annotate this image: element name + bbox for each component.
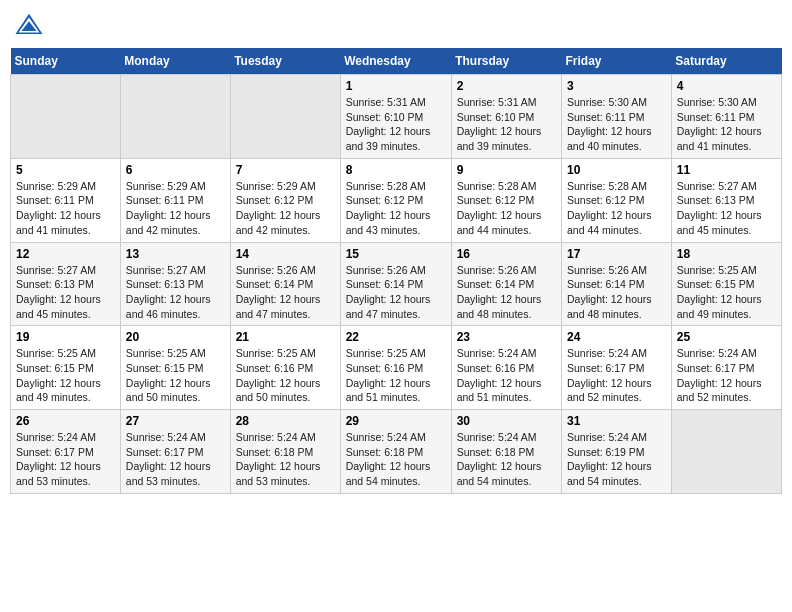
day-number: 24 [567, 330, 666, 344]
day-number: 1 [346, 79, 446, 93]
week-row-4: 19Sunrise: 5:25 AMSunset: 6:15 PMDayligh… [11, 326, 782, 410]
day-info: Sunrise: 5:24 AMSunset: 6:18 PMDaylight:… [457, 430, 556, 489]
day-cell: 25Sunrise: 5:24 AMSunset: 6:17 PMDayligh… [671, 326, 781, 410]
header-row: SundayMondayTuesdayWednesdayThursdayFrid… [11, 48, 782, 75]
day-cell: 19Sunrise: 5:25 AMSunset: 6:15 PMDayligh… [11, 326, 121, 410]
header-cell-sunday: Sunday [11, 48, 121, 75]
day-number: 8 [346, 163, 446, 177]
day-number: 11 [677, 163, 776, 177]
day-info: Sunrise: 5:27 AMSunset: 6:13 PMDaylight:… [16, 263, 115, 322]
calendar-header: SundayMondayTuesdayWednesdayThursdayFrid… [11, 48, 782, 75]
day-cell: 1Sunrise: 5:31 AMSunset: 6:10 PMDaylight… [340, 75, 451, 159]
day-info: Sunrise: 5:24 AMSunset: 6:18 PMDaylight:… [346, 430, 446, 489]
week-row-3: 12Sunrise: 5:27 AMSunset: 6:13 PMDayligh… [11, 242, 782, 326]
day-cell [671, 410, 781, 494]
day-info: Sunrise: 5:25 AMSunset: 6:16 PMDaylight:… [236, 346, 335, 405]
day-number: 22 [346, 330, 446, 344]
day-cell: 28Sunrise: 5:24 AMSunset: 6:18 PMDayligh… [230, 410, 340, 494]
day-cell: 8Sunrise: 5:28 AMSunset: 6:12 PMDaylight… [340, 158, 451, 242]
day-info: Sunrise: 5:28 AMSunset: 6:12 PMDaylight:… [457, 179, 556, 238]
day-info: Sunrise: 5:24 AMSunset: 6:17 PMDaylight:… [677, 346, 776, 405]
day-number: 28 [236, 414, 335, 428]
day-cell: 13Sunrise: 5:27 AMSunset: 6:13 PMDayligh… [120, 242, 230, 326]
day-cell: 2Sunrise: 5:31 AMSunset: 6:10 PMDaylight… [451, 75, 561, 159]
day-cell: 3Sunrise: 5:30 AMSunset: 6:11 PMDaylight… [561, 75, 671, 159]
day-number: 4 [677, 79, 776, 93]
day-cell [230, 75, 340, 159]
day-number: 25 [677, 330, 776, 344]
day-info: Sunrise: 5:27 AMSunset: 6:13 PMDaylight:… [126, 263, 225, 322]
day-info: Sunrise: 5:26 AMSunset: 6:14 PMDaylight:… [567, 263, 666, 322]
day-cell [120, 75, 230, 159]
day-cell: 4Sunrise: 5:30 AMSunset: 6:11 PMDaylight… [671, 75, 781, 159]
week-row-5: 26Sunrise: 5:24 AMSunset: 6:17 PMDayligh… [11, 410, 782, 494]
day-cell: 23Sunrise: 5:24 AMSunset: 6:16 PMDayligh… [451, 326, 561, 410]
day-cell: 9Sunrise: 5:28 AMSunset: 6:12 PMDaylight… [451, 158, 561, 242]
day-info: Sunrise: 5:25 AMSunset: 6:16 PMDaylight:… [346, 346, 446, 405]
day-cell: 24Sunrise: 5:24 AMSunset: 6:17 PMDayligh… [561, 326, 671, 410]
day-number: 27 [126, 414, 225, 428]
day-info: Sunrise: 5:29 AMSunset: 6:11 PMDaylight:… [126, 179, 225, 238]
day-info: Sunrise: 5:28 AMSunset: 6:12 PMDaylight:… [567, 179, 666, 238]
week-row-1: 1Sunrise: 5:31 AMSunset: 6:10 PMDaylight… [11, 75, 782, 159]
day-number: 2 [457, 79, 556, 93]
page-header [10, 10, 782, 40]
day-number: 20 [126, 330, 225, 344]
day-number: 18 [677, 247, 776, 261]
day-number: 12 [16, 247, 115, 261]
day-info: Sunrise: 5:25 AMSunset: 6:15 PMDaylight:… [16, 346, 115, 405]
day-number: 29 [346, 414, 446, 428]
calendar-table: SundayMondayTuesdayWednesdayThursdayFrid… [10, 48, 782, 494]
day-number: 19 [16, 330, 115, 344]
day-cell: 17Sunrise: 5:26 AMSunset: 6:14 PMDayligh… [561, 242, 671, 326]
day-cell: 18Sunrise: 5:25 AMSunset: 6:15 PMDayligh… [671, 242, 781, 326]
day-info: Sunrise: 5:29 AMSunset: 6:12 PMDaylight:… [236, 179, 335, 238]
day-number: 5 [16, 163, 115, 177]
day-number: 16 [457, 247, 556, 261]
day-cell [11, 75, 121, 159]
header-cell-wednesday: Wednesday [340, 48, 451, 75]
header-cell-tuesday: Tuesday [230, 48, 340, 75]
day-number: 26 [16, 414, 115, 428]
day-number: 6 [126, 163, 225, 177]
day-cell: 26Sunrise: 5:24 AMSunset: 6:17 PMDayligh… [11, 410, 121, 494]
day-cell: 6Sunrise: 5:29 AMSunset: 6:11 PMDaylight… [120, 158, 230, 242]
day-number: 30 [457, 414, 556, 428]
day-cell: 10Sunrise: 5:28 AMSunset: 6:12 PMDayligh… [561, 158, 671, 242]
day-info: Sunrise: 5:24 AMSunset: 6:18 PMDaylight:… [236, 430, 335, 489]
day-info: Sunrise: 5:24 AMSunset: 6:17 PMDaylight:… [126, 430, 225, 489]
day-info: Sunrise: 5:26 AMSunset: 6:14 PMDaylight:… [457, 263, 556, 322]
day-info: Sunrise: 5:29 AMSunset: 6:11 PMDaylight:… [16, 179, 115, 238]
day-number: 7 [236, 163, 335, 177]
logo [14, 10, 48, 40]
day-number: 10 [567, 163, 666, 177]
day-number: 17 [567, 247, 666, 261]
day-info: Sunrise: 5:30 AMSunset: 6:11 PMDaylight:… [567, 95, 666, 154]
day-info: Sunrise: 5:24 AMSunset: 6:17 PMDaylight:… [16, 430, 115, 489]
day-info: Sunrise: 5:26 AMSunset: 6:14 PMDaylight:… [236, 263, 335, 322]
day-cell: 27Sunrise: 5:24 AMSunset: 6:17 PMDayligh… [120, 410, 230, 494]
day-cell: 11Sunrise: 5:27 AMSunset: 6:13 PMDayligh… [671, 158, 781, 242]
day-number: 3 [567, 79, 666, 93]
day-cell: 29Sunrise: 5:24 AMSunset: 6:18 PMDayligh… [340, 410, 451, 494]
header-cell-thursday: Thursday [451, 48, 561, 75]
day-cell: 15Sunrise: 5:26 AMSunset: 6:14 PMDayligh… [340, 242, 451, 326]
day-info: Sunrise: 5:27 AMSunset: 6:13 PMDaylight:… [677, 179, 776, 238]
calendar-body: 1Sunrise: 5:31 AMSunset: 6:10 PMDaylight… [11, 75, 782, 494]
day-info: Sunrise: 5:25 AMSunset: 6:15 PMDaylight:… [677, 263, 776, 322]
day-cell: 31Sunrise: 5:24 AMSunset: 6:19 PMDayligh… [561, 410, 671, 494]
day-cell: 16Sunrise: 5:26 AMSunset: 6:14 PMDayligh… [451, 242, 561, 326]
day-info: Sunrise: 5:31 AMSunset: 6:10 PMDaylight:… [346, 95, 446, 154]
day-cell: 5Sunrise: 5:29 AMSunset: 6:11 PMDaylight… [11, 158, 121, 242]
day-info: Sunrise: 5:30 AMSunset: 6:11 PMDaylight:… [677, 95, 776, 154]
day-cell: 7Sunrise: 5:29 AMSunset: 6:12 PMDaylight… [230, 158, 340, 242]
day-cell: 12Sunrise: 5:27 AMSunset: 6:13 PMDayligh… [11, 242, 121, 326]
day-number: 9 [457, 163, 556, 177]
day-cell: 20Sunrise: 5:25 AMSunset: 6:15 PMDayligh… [120, 326, 230, 410]
day-info: Sunrise: 5:26 AMSunset: 6:14 PMDaylight:… [346, 263, 446, 322]
header-cell-saturday: Saturday [671, 48, 781, 75]
day-info: Sunrise: 5:31 AMSunset: 6:10 PMDaylight:… [457, 95, 556, 154]
day-number: 21 [236, 330, 335, 344]
day-cell: 21Sunrise: 5:25 AMSunset: 6:16 PMDayligh… [230, 326, 340, 410]
day-cell: 14Sunrise: 5:26 AMSunset: 6:14 PMDayligh… [230, 242, 340, 326]
